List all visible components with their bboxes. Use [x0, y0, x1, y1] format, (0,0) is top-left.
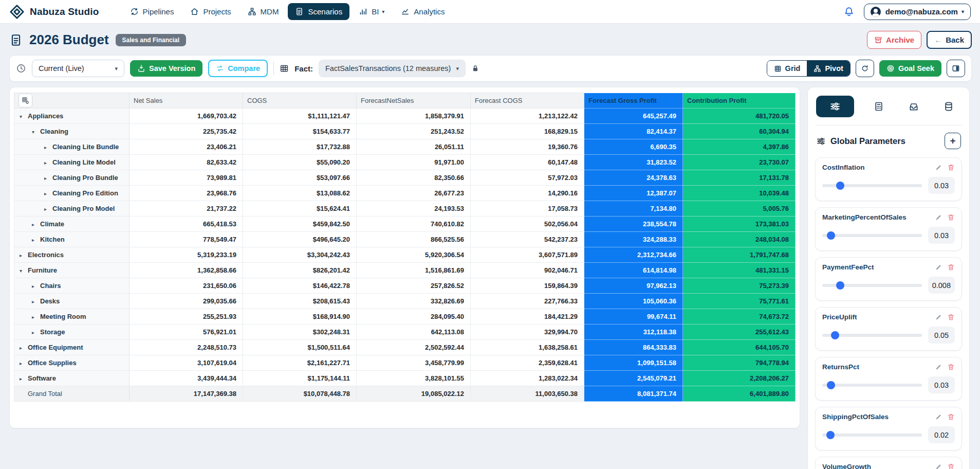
table-row[interactable]: ▸Office Equipment 2,248,510.73 $1,500,51…	[14, 340, 796, 355]
row-label-cell[interactable]: ▾Cleaning	[14, 124, 130, 139]
expand-icon[interactable]: ▸	[20, 345, 28, 351]
edit-parameter-button[interactable]	[935, 413, 942, 421]
expand-icon[interactable]: ▾	[20, 114, 28, 119]
parameter-slider[interactable]	[822, 431, 922, 439]
expand-icon[interactable]: ▸	[32, 330, 40, 335]
slider-thumb[interactable]	[836, 281, 844, 290]
column-header[interactable]: ForecastNetSales	[357, 93, 471, 109]
nav-item-mdm[interactable]: MDM	[241, 3, 286, 20]
slider-thumb[interactable]	[826, 431, 835, 439]
expand-icon[interactable]: ▸	[32, 222, 40, 227]
table-row[interactable]: ▸Software 3,439,444.34 $1,175,144.11 3,8…	[14, 371, 796, 386]
table-row[interactable]: ▸Cleaning Lite Model 82,633.42 $55,090.2…	[14, 155, 796, 170]
save-version-button[interactable]: Save Version	[130, 60, 202, 77]
row-label-cell[interactable]: ▸Cleaning Pro Model	[14, 201, 130, 217]
table-row[interactable]: ▾Appliances 1,669,703.42 $1,111,121.47 1…	[14, 109, 796, 124]
expand-icon[interactable]: ▸	[44, 160, 52, 166]
tab-parameters[interactable]	[816, 96, 854, 117]
row-label-cell[interactable]: ▸Storage	[14, 324, 130, 340]
column-header[interactable]: Contribution Profit	[683, 93, 796, 109]
table-row[interactable]: Grand Total 17,147,369.38 $10,078,448.78…	[14, 386, 796, 402]
edit-parameter-button[interactable]	[935, 164, 942, 171]
table-row[interactable]: ▾Furniture 1,362,858.66 $826,201.42 1,51…	[14, 263, 796, 278]
delete-parameter-button[interactable]	[947, 164, 955, 171]
row-label-cell[interactable]: ▸Cleaning Lite Bundle	[14, 139, 130, 155]
notifications-bell-icon[interactable]	[843, 6, 855, 17]
expand-icon[interactable]: ▸	[20, 252, 28, 258]
expand-icon[interactable]: ▾	[32, 129, 40, 135]
edit-parameter-button[interactable]	[935, 263, 942, 271]
edit-parameter-button[interactable]	[935, 463, 942, 469]
tab-versions[interactable]	[903, 97, 924, 116]
compare-button[interactable]: Compare	[208, 60, 268, 77]
version-select[interactable]: Current (Live) ▾	[32, 60, 124, 77]
row-label-cell[interactable]: ▸Desks	[14, 294, 130, 309]
expand-icon[interactable]: ▾	[20, 268, 28, 274]
table-row[interactable]: ▸Electronics 5,319,233.19 $3,304,242.43 …	[14, 247, 796, 263]
panel-toggle-button[interactable]	[947, 60, 965, 77]
row-label-cell[interactable]: ▸Cleaning Pro Edition	[14, 186, 130, 201]
back-button[interactable]: ← Back	[927, 31, 972, 49]
table-row[interactable]: ▸Cleaning Pro Bundle 73,989.81 $53,097.6…	[14, 170, 796, 186]
expand-icon[interactable]: ▸	[32, 237, 40, 243]
user-menu-button[interactable]: demo@nabuza.com ▾	[864, 4, 971, 20]
row-label-cell[interactable]: ▸Kitchen	[14, 232, 130, 247]
edit-parameter-button[interactable]	[935, 313, 942, 321]
delete-parameter-button[interactable]	[947, 213, 955, 221]
edit-parameter-button[interactable]	[935, 213, 942, 221]
parameter-slider[interactable]	[822, 331, 922, 339]
pivot-view-button[interactable]: Pivot	[807, 61, 849, 76]
nav-item-projects[interactable]: Projects	[183, 3, 238, 20]
parameter-value[interactable]: 0.03	[928, 177, 955, 194]
row-label-cell[interactable]: ▸Office Supplies	[14, 355, 130, 371]
table-row[interactable]: ▾Cleaning 225,735.42 $154,633.77 251,243…	[14, 124, 796, 139]
table-row[interactable]: ▸Meeting Room 255,251.93 $168,914.90 284…	[14, 309, 796, 324]
tab-data-sources[interactable]	[938, 97, 959, 116]
add-parameter-button[interactable]: +	[945, 133, 961, 149]
row-label-cell[interactable]: ▸Cleaning Lite Model	[14, 155, 130, 170]
column-header[interactable]: Forecast Gross Profit	[584, 93, 683, 109]
table-row[interactable]: ▸Cleaning Pro Edition 23,968.76 $13,088.…	[14, 186, 796, 201]
row-label-cell[interactable]: ▸Software	[14, 371, 130, 386]
delete-parameter-button[interactable]	[947, 313, 955, 321]
parameter-slider[interactable]	[822, 182, 922, 190]
row-label-cell[interactable]: ▸Electronics	[14, 247, 130, 263]
expand-icon[interactable]: ▸	[44, 145, 52, 150]
delete-parameter-button[interactable]	[947, 263, 955, 271]
row-label-cell[interactable]: ▸Chairs	[14, 278, 130, 294]
expand-icon[interactable]: ▸	[44, 191, 52, 196]
tab-calculations[interactable]	[868, 97, 889, 116]
expand-icon[interactable]: ▸	[20, 376, 28, 382]
slider-thumb[interactable]	[827, 231, 835, 240]
expand-icon[interactable]: ▸	[32, 299, 40, 304]
table-row[interactable]: ▸Cleaning Lite Bundle 23,406.21 $17,732.…	[14, 139, 796, 155]
archive-button[interactable]: Archive	[867, 31, 921, 49]
expand-icon[interactable]: ▸	[44, 206, 52, 212]
expand-icon[interactable]: ▸	[32, 283, 40, 289]
nav-item-bi[interactable]: BI ▾	[352, 3, 392, 20]
parameter-value[interactable]: 0.03	[928, 376, 955, 393]
nav-item-analytics[interactable]: Analytics	[394, 3, 452, 20]
goal-seek-button[interactable]: Goal Seek	[879, 60, 941, 77]
table-row[interactable]: ▸Chairs 231,650.06 $146,422.78 257,826.5…	[14, 278, 796, 294]
delete-parameter-button[interactable]	[947, 363, 955, 371]
parameter-value[interactable]: 0.03	[928, 227, 955, 244]
table-row[interactable]: ▸Cleaning Pro Model 21,737.22 $15,624.41…	[14, 201, 796, 217]
slider-thumb[interactable]	[831, 331, 839, 339]
table-row[interactable]: ▸Climate 665,418.53 $459,842.50 740,610.…	[14, 217, 796, 232]
parameter-slider[interactable]	[822, 231, 922, 240]
slider-thumb[interactable]	[836, 182, 844, 190]
nav-item-pipelines[interactable]: Pipelines	[123, 3, 181, 20]
column-header[interactable]: Forecast COGS	[471, 93, 584, 109]
table-row[interactable]: ▸Office Supplies 3,107,619.04 $2,161,227…	[14, 355, 796, 371]
table-row[interactable]: ▸Kitchen 778,549.47 $496,645.20 866,525.…	[14, 232, 796, 247]
delete-parameter-button[interactable]	[947, 463, 955, 469]
parameter-value[interactable]: 0.008	[928, 277, 955, 294]
column-header[interactable]: COGS	[243, 93, 357, 109]
grid-view-button[interactable]: Grid	[767, 61, 807, 76]
expand-icon[interactable]: ▸	[20, 360, 28, 366]
column-header[interactable]: Net Sales	[130, 93, 243, 109]
parameter-value[interactable]: 0.02	[928, 426, 955, 443]
refresh-button[interactable]	[856, 60, 874, 77]
row-label-cell[interactable]: ▾Appliances	[14, 109, 130, 124]
